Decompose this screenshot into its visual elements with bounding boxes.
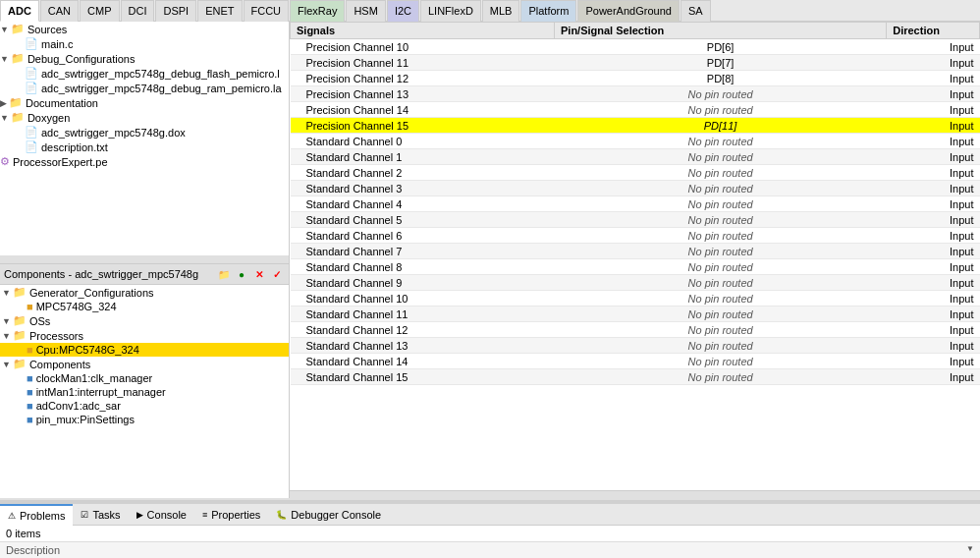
comp-item[interactable]: ▼📁OSs	[0, 313, 289, 328]
comp-item-label: clockMan1:clk_manager	[36, 372, 153, 384]
tab-mlb[interactable]: MLB	[482, 0, 520, 22]
tab-can[interactable]: CAN	[40, 0, 79, 22]
tree-item[interactable]: 📄adc_swtrigger_mpc5748g_debug_flash_pemi…	[0, 66, 289, 81]
bottom-tab-debugger-console[interactable]: 🐛Debugger Console	[268, 504, 389, 526]
comp-item[interactable]: ■pin_mux:PinSettings	[0, 413, 289, 426]
tab-hsm[interactable]: HSM	[346, 0, 385, 22]
pin-selection[interactable]: No pin routed	[555, 134, 887, 149]
pin-selection[interactable]: No pin routed	[555, 228, 887, 244]
pin-selection[interactable]: PD[7]	[555, 55, 887, 71]
expand-arrow: ▼	[2, 288, 11, 298]
table-row[interactable]: Precision Channel 15PD[11]Input	[291, 118, 980, 134]
bottom-tab-tasks[interactable]: ☑Tasks	[73, 504, 128, 526]
table-row[interactable]: Standard Channel 6No pin routedInput	[291, 228, 980, 244]
pin-selection[interactable]: No pin routed	[555, 165, 887, 181]
tab-adc[interactable]: ADC	[0, 0, 39, 22]
pin-selection[interactable]: No pin routed	[555, 102, 887, 118]
tab-linflexd[interactable]: LINFlexD	[420, 0, 481, 22]
tab-dspi[interactable]: DSPI	[155, 0, 196, 22]
components-panel: Components - adc_swtrigger_mpc5748g 📁 ● …	[0, 263, 289, 498]
pin-selection[interactable]: No pin routed	[555, 181, 887, 196]
tree-item[interactable]: ⚙ProcessorExpert.pe	[0, 154, 289, 169]
tab-sa[interactable]: SA	[681, 0, 711, 22]
tab-dci[interactable]: DCI	[121, 0, 155, 22]
col-signals: Signals	[291, 23, 555, 39]
bottom-tab-properties[interactable]: ≡Properties	[194, 504, 268, 526]
signal-name: Standard Channel 14	[291, 354, 555, 369]
tab-i2c[interactable]: I2C	[387, 0, 419, 22]
tree-item[interactable]: ▶📁Documentation	[0, 95, 289, 110]
table-row[interactable]: Standard Channel 2No pin routedInput	[291, 165, 980, 181]
pin-selection[interactable]: No pin routed	[555, 259, 887, 275]
tab-flexray[interactable]: FlexRay	[290, 0, 345, 22]
table-row[interactable]: Precision Channel 13No pin routedInput	[291, 86, 980, 102]
pin-selection[interactable]: No pin routed	[555, 307, 887, 322]
tree-item[interactable]: ▼📁Debug_Configurations	[0, 51, 289, 66]
tab-enet[interactable]: ENET	[197, 0, 242, 22]
table-row[interactable]: Standard Channel 12No pin routedInput	[291, 322, 980, 338]
table-row[interactable]: Standard Channel 13No pin routedInput	[291, 338, 980, 354]
folder-icon: 📁	[11, 52, 25, 65]
tab-powerandground[interactable]: PowerAndGround	[577, 0, 679, 22]
tab-platform[interactable]: Platform	[520, 0, 576, 22]
table-row[interactable]: Standard Channel 9No pin routedInput	[291, 275, 980, 291]
pin-selection[interactable]: PD[8]	[555, 71, 887, 86]
tree-item[interactable]: 📄adc_swtrigger_mpc5748g.dox	[0, 125, 289, 140]
bottom-tab-problems[interactable]: ⚠Problems	[0, 504, 73, 526]
pin-selection[interactable]: No pin routed	[555, 369, 887, 385]
left-hscroll[interactable]	[0, 255, 289, 263]
tree-item[interactable]: 📄main.c	[0, 36, 289, 51]
comp-item[interactable]: ■MPC5748G_324	[0, 300, 289, 313]
tab-fccu[interactable]: FCCU	[244, 0, 290, 22]
comp-item[interactable]: ▼📁Processors	[0, 328, 289, 343]
comp-add-icon[interactable]: ●	[234, 266, 249, 282]
pin-selection[interactable]: No pin routed	[555, 86, 887, 102]
pin-selection[interactable]: No pin routed	[555, 244, 887, 259]
signal-name: Standard Channel 9	[291, 275, 555, 291]
comp-item[interactable]: ▼📁Components	[0, 357, 289, 371]
pin-selection[interactable]: No pin routed	[555, 212, 887, 228]
table-row[interactable]: Precision Channel 11PD[7]Input	[291, 55, 980, 71]
table-row[interactable]: Standard Channel 11No pin routedInput	[291, 307, 980, 322]
tree-item[interactable]: 📄description.txt	[0, 140, 289, 154]
pin-selection[interactable]: No pin routed	[555, 196, 887, 212]
comp-delete-icon[interactable]: ✕	[251, 266, 267, 282]
table-row[interactable]: Precision Channel 10PD[6]Input	[291, 39, 980, 55]
comp-item-label: Processors	[29, 330, 83, 342]
table-hscroll[interactable]	[290, 490, 980, 498]
tree-item[interactable]: ▼📁Sources	[0, 22, 289, 36]
table-row[interactable]: Standard Channel 10No pin routedInput	[291, 291, 980, 307]
table-row[interactable]: Precision Channel 14No pin routedInput	[291, 102, 980, 118]
table-row[interactable]: Standard Channel 15No pin routedInput	[291, 369, 980, 385]
table-row[interactable]: Precision Channel 12PD[8]Input	[291, 71, 980, 86]
comp-check-icon[interactable]: ✓	[269, 266, 285, 282]
signal-table-container[interactable]: Signals Pin/Signal Selection Direction P…	[290, 22, 980, 490]
tree-item-label: adc_swtrigger_mpc5748g_debug_flash_pemic…	[41, 68, 280, 80]
pin-selection[interactable]: PD[6]	[555, 39, 887, 55]
bottom-tab-console[interactable]: ▶Console	[129, 504, 194, 526]
tab-cmp[interactable]: CMP	[80, 0, 119, 22]
comp-item[interactable]: ■intMan1:interrupt_manager	[0, 385, 289, 399]
pin-selection[interactable]: PD[11]	[555, 118, 887, 134]
comp-folder-icon[interactable]: 📁	[216, 266, 232, 282]
table-row[interactable]: Standard Channel 7No pin routedInput	[291, 244, 980, 259]
comp-item[interactable]: ■Cpu:MPC5748G_324	[0, 343, 289, 357]
table-row[interactable]: Standard Channel 1No pin routedInput	[291, 149, 980, 165]
table-row[interactable]: Standard Channel 14No pin routedInput	[291, 354, 980, 369]
table-row[interactable]: Standard Channel 4No pin routedInput	[291, 196, 980, 212]
pin-selection[interactable]: No pin routed	[555, 291, 887, 307]
table-row[interactable]: Standard Channel 3No pin routedInput	[291, 181, 980, 196]
comp-item[interactable]: ▼📁Generator_Configurations	[0, 285, 289, 300]
comp-item[interactable]: ■clockMan1:clk_manager	[0, 371, 289, 385]
table-row[interactable]: Standard Channel 8No pin routedInput	[291, 259, 980, 275]
comp-item[interactable]: ■adConv1:adc_sar	[0, 399, 289, 413]
pin-selection[interactable]: No pin routed	[555, 275, 887, 291]
tree-item[interactable]: ▼📁Doxygen	[0, 110, 289, 125]
pin-selection[interactable]: No pin routed	[555, 338, 887, 354]
pin-selection[interactable]: No pin routed	[555, 149, 887, 165]
table-row[interactable]: Standard Channel 5No pin routedInput	[291, 212, 980, 228]
pin-selection[interactable]: No pin routed	[555, 354, 887, 369]
table-row[interactable]: Standard Channel 0No pin routedInput	[291, 134, 980, 149]
tree-item[interactable]: 📄adc_swtrigger_mpc5748g_debug_ram_pemicr…	[0, 81, 289, 95]
pin-selection[interactable]: No pin routed	[555, 322, 887, 338]
